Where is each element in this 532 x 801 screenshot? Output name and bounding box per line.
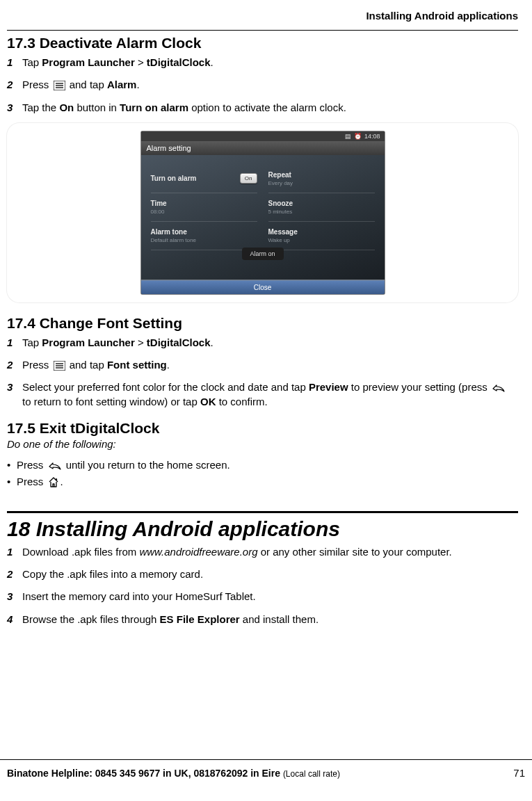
- chapter-divider: [7, 511, 518, 513]
- step-1: 1 Download .apk files from www.androidfr…: [7, 545, 518, 559]
- status-time: 14:08: [364, 133, 380, 140]
- label: Turn on alarm: [151, 175, 197, 182]
- bullets-17-5: • Press until you return to the home scr…: [7, 457, 518, 490]
- divider: [7, 30, 518, 31]
- bullet-dot: •: [7, 474, 17, 490]
- text-bold: Program Launcher: [42, 56, 134, 68]
- steps-17-3: 1 Tap Program Launcher > tDigitalClock. …: [7, 56, 518, 115]
- step-2: 2 Copy the .apk files into a memory card…: [7, 567, 518, 581]
- text: Press: [17, 459, 47, 471]
- row-time[interactable]: Time 08:00: [151, 193, 257, 222]
- text-bold: OK: [200, 396, 216, 407]
- text: to return to font setting window) or tap: [22, 396, 200, 407]
- step-body: Press and tap Alarm.: [22, 78, 518, 92]
- step-body: Tap the On button in Turn on alarm optio…: [22, 101, 518, 115]
- row-snooze[interactable]: Snooze 5 minutes: [268, 193, 375, 222]
- menu-icon: [54, 361, 65, 371]
- on-toggle[interactable]: On: [240, 173, 257, 184]
- text: >: [135, 337, 147, 348]
- menu-icon: [54, 81, 65, 90]
- bullet-2: • Press .: [7, 474, 518, 490]
- text: and tap: [67, 359, 107, 371]
- text-bold: tDigitalClock: [147, 337, 211, 348]
- device-screenshot: ▤ ⏰ 14:08 Alarm setting Turn on alarm On…: [141, 131, 385, 294]
- step-number: 2: [7, 358, 22, 372]
- row-message[interactable]: Message Wake up: [268, 222, 375, 250]
- close-button[interactable]: Close: [141, 280, 385, 294]
- row-repeat[interactable]: Repeat Every day: [268, 165, 375, 193]
- sublabel: 5 minutes: [268, 209, 375, 215]
- step-number: 2: [7, 567, 22, 581]
- text: to preview your setting (press: [348, 381, 490, 393]
- text: .: [61, 476, 63, 487]
- chapter-18-heading: 18 Installing Android applications: [7, 517, 518, 541]
- step-3: 3 Select your preferred font color for t…: [7, 380, 518, 409]
- bullet-body: Press .: [17, 474, 63, 490]
- text-bold: Turn on alarm: [120, 102, 188, 113]
- steps-17-4: 1 Tap Program Launcher > tDigitalClock. …: [7, 336, 518, 409]
- text: until you return to the home screen.: [63, 459, 230, 471]
- label: Repeat: [268, 171, 375, 179]
- step-body: Press and tap Font setting.: [22, 358, 518, 372]
- step-body: Select your preferred font color for the…: [22, 380, 518, 409]
- label: Snooze: [268, 200, 375, 207]
- screenshot-container: ▤ ⏰ 14:08 Alarm setting Turn on alarm On…: [7, 123, 518, 302]
- page-number: 71: [513, 767, 525, 779]
- status-right: ▤ ⏰ 14:08: [345, 133, 380, 140]
- text-bold: Alarm: [107, 79, 137, 90]
- steps-18: 1 Download .apk files from www.androidfr…: [7, 545, 518, 626]
- device-content: Turn on alarm On Repeat Every day Time 0…: [141, 155, 385, 280]
- toast-alarm-on: Alarm on: [241, 248, 283, 260]
- step-body: Insert the memory card into your HomeSur…: [22, 590, 518, 604]
- label: Message: [268, 228, 375, 236]
- text-italic: www.androidfreeware.org: [139, 546, 257, 558]
- close-bar: Close: [141, 280, 385, 294]
- step-2: 2 Press and tap Alarm.: [7, 78, 518, 92]
- text: Binatone Helpline: 0845 345 9677 in UK, …: [7, 768, 283, 779]
- text: button in: [74, 102, 120, 113]
- text: Press: [17, 476, 47, 487]
- text: .: [167, 359, 170, 371]
- step-1: 1 Tap Program Launcher > tDigitalClock.: [7, 336, 518, 350]
- label: Alarm tone: [151, 228, 257, 236]
- text: >: [135, 56, 147, 68]
- running-header: Installing Android applications: [7, 0, 518, 27]
- text: Tap: [22, 56, 42, 68]
- alarm-icon: ⏰: [354, 133, 362, 140]
- section-17-5-heading: 17.5 Exit tDigitalClock: [7, 420, 518, 437]
- step-number: 2: [7, 78, 22, 92]
- row-alarm-tone[interactable]: Alarm tone Default alarm tone: [151, 222, 257, 250]
- text: Download .apk files from: [22, 546, 139, 558]
- intro-text: Do one of the following:: [7, 438, 518, 450]
- text-bold: ES File Explorer: [160, 613, 240, 625]
- text: .: [211, 56, 213, 68]
- step-body: Tap Program Launcher > tDigitalClock.: [22, 336, 518, 350]
- text: Select your preferred font color for the…: [22, 381, 309, 393]
- text: Tap the: [22, 102, 59, 113]
- step-number: 4: [7, 613, 22, 626]
- text-bold: tDigitalClock: [147, 56, 211, 68]
- text-bold: Program Launcher: [42, 337, 134, 348]
- sd-icon: ▤: [345, 133, 351, 140]
- text: .: [136, 79, 139, 90]
- bullet-dot: •: [7, 457, 17, 474]
- step-number: 1: [7, 56, 22, 70]
- row-turn-on-alarm[interactable]: Turn on alarm On: [151, 165, 257, 193]
- text: .: [211, 337, 213, 348]
- page-footer: Binatone Helpline: 0845 345 9677 in UK, …: [0, 759, 532, 779]
- text: Browse the .apk files through: [22, 613, 160, 625]
- text: option to activate the alarm clock.: [188, 102, 346, 113]
- text: and install them.: [240, 613, 319, 625]
- footer-helpline: Binatone Helpline: 0845 345 9677 in UK, …: [7, 768, 340, 779]
- sublabel: 08:00: [151, 209, 257, 215]
- text: to confirm.: [216, 396, 267, 407]
- back-icon: [492, 383, 506, 393]
- sublabel: Every day: [268, 180, 375, 186]
- step-2: 2 Press and tap Font setting.: [7, 358, 518, 372]
- settings-grid: Turn on alarm On Repeat Every day Time 0…: [151, 165, 375, 250]
- bullet-body: Press until you return to the home scree…: [17, 457, 230, 474]
- window-title: Alarm setting: [141, 141, 385, 155]
- text-bold: Preview: [309, 381, 348, 393]
- text: or any other similar site to your comput…: [258, 546, 452, 558]
- label: Time: [151, 200, 257, 207]
